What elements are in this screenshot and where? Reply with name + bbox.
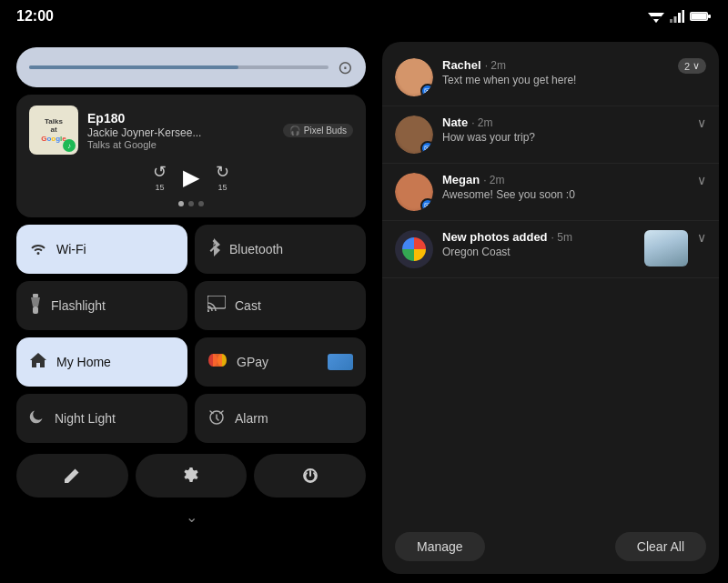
notif-name-photos: New photos added <box>442 230 548 244</box>
tile-myhome[interactable]: My Home <box>16 337 187 387</box>
photos-icon-wrap <box>395 230 433 268</box>
photos-icon <box>402 237 426 261</box>
svg-rect-18 <box>213 354 222 367</box>
notification-actions: Manage Clear All <box>382 523 719 567</box>
signal-icon <box>670 10 684 23</box>
messages-badge-megan: ✉ <box>420 198 433 211</box>
notifications-panel: ✉ Rachel · 2m Text me when you get here!… <box>382 42 719 574</box>
notif-name-megan: Megan <box>442 173 480 186</box>
notif-message-nate: How was your trip? <box>442 131 688 144</box>
bottom-actions <box>16 454 366 498</box>
status-time: 12:00 <box>16 8 54 25</box>
notif-count-badge-rachel[interactable]: 2 ∨ <box>678 58 706 74</box>
notif-header-rachel: Rachel · 2m <box>442 58 669 72</box>
manage-button[interactable]: Manage <box>395 532 485 561</box>
notif-content-rachel: Rachel · 2m Text me when you get here! <box>442 58 669 86</box>
svg-rect-6 <box>682 10 685 23</box>
brightness-slider[interactable]: ⊙ <box>16 47 366 87</box>
brightness-fill <box>29 65 238 69</box>
skip-back-label: 15 <box>155 183 164 192</box>
quick-tiles-grid: Wi-Fi Bluetooth Flashlight <box>16 225 366 443</box>
svg-rect-11 <box>33 294 38 297</box>
power-button[interactable] <box>254 454 366 498</box>
svg-rect-4 <box>674 16 677 23</box>
tile-gpay[interactable]: GPay <box>195 337 366 387</box>
cast-icon <box>207 296 226 317</box>
settings-button[interactable] <box>136 454 248 498</box>
alarm-icon <box>207 407 226 430</box>
media-controls: ↺ 15 ▶ ↻ 15 <box>29 162 353 192</box>
album-line1: Talks <box>45 117 63 126</box>
notif-message-rachel: Text me when you get here! <box>442 74 669 86</box>
bluetooth-label: Bluetooth <box>229 242 283 256</box>
notif-content-nate: Nate · 2m How was your trip? <box>442 116 688 144</box>
notif-time-nate: · 2m <box>471 116 492 129</box>
gpay-label: GPay <box>237 355 268 369</box>
edit-button[interactable] <box>16 454 128 498</box>
dot-1 <box>178 201 184 206</box>
skip-back-button[interactable]: ↺ <box>153 162 167 182</box>
bluetooth-icon <box>207 238 220 261</box>
svg-marker-2 <box>653 19 659 23</box>
alarm-label: Alarm <box>235 411 268 426</box>
chevron-megan[interactable]: ∨ <box>697 173 706 187</box>
avatar-rachel: ✉ <box>395 58 433 96</box>
play-button[interactable]: ▶ <box>183 165 199 190</box>
cast-label: Cast <box>235 298 261 313</box>
media-episode: Ep180 <box>87 111 274 126</box>
notif-time-photos: · 5m <box>551 231 572 244</box>
notification-rachel[interactable]: ✉ Rachel · 2m Text me when you get here!… <box>382 49 719 106</box>
tile-alarm[interactable]: Alarm <box>195 394 366 443</box>
gpay-icon <box>207 353 228 372</box>
chevron-rachel: ∨ <box>693 60 700 72</box>
nightlight-icon <box>29 408 46 429</box>
svg-rect-5 <box>678 13 681 23</box>
chevron-row: ⌄ <box>16 505 366 529</box>
media-album-art: Talks at Google ♪ <box>29 106 78 155</box>
tile-cast[interactable]: Cast <box>195 281 366 330</box>
notification-megan[interactable]: ✉ Megan · 2m Awesome! See you soon :0 ∨ <box>382 164 719 221</box>
wifi-icon <box>29 240 47 259</box>
chevron-photos[interactable]: ∨ <box>697 230 706 245</box>
pixelbuds-icon: 🎧 <box>289 126 300 136</box>
svg-rect-3 <box>670 19 672 23</box>
chevron-down-icon[interactable]: ⌄ <box>186 508 197 526</box>
spotify-icon: ♪ <box>63 139 76 152</box>
svg-marker-12 <box>31 297 40 307</box>
avatar-megan: ✉ <box>395 173 433 211</box>
svg-point-15 <box>207 309 209 312</box>
power-icon <box>301 467 319 485</box>
chevron-nate[interactable]: ∨ <box>697 116 706 130</box>
notif-message-photos: Oregon Coast <box>442 246 635 258</box>
tile-flashlight[interactable]: Flashlight <box>16 281 187 330</box>
skip-forward-button[interactable]: ↻ <box>216 162 229 182</box>
tile-wifi[interactable]: Wi-Fi <box>16 225 187 274</box>
tile-bluetooth[interactable]: Bluetooth <box>195 225 366 274</box>
home-icon <box>29 352 47 373</box>
status-bar: 12:00 <box>0 0 728 33</box>
status-icons <box>648 10 712 23</box>
notif-header-megan: Megan · 2m <box>442 173 688 186</box>
left-panel: ⊙ Talks at Google ♪ Ep180 Jackie Joyner-… <box>9 42 373 574</box>
notif-name-rachel: Rachel <box>442 58 481 72</box>
wifi-status-icon <box>648 10 664 23</box>
media-info: Ep180 Jackie Joyner-Kersee... Talks at G… <box>87 111 274 150</box>
notification-photos[interactable]: New photos added · 5m Oregon Coast ∨ <box>382 221 719 278</box>
wifi-label: Wi-Fi <box>56 242 86 256</box>
photo-thumbnail <box>644 230 688 266</box>
album-line2: at <box>50 126 56 134</box>
tile-nightlight[interactable]: Night Light <box>16 394 187 443</box>
nightlight-label: Night Light <box>55 411 116 426</box>
notif-message-megan: Awesome! See you soon :0 <box>442 188 688 201</box>
notif-time-rachel: · 2m <box>485 59 506 72</box>
media-title: Jackie Joyner-Kersee... <box>87 126 274 139</box>
notif-count-rachel: 2 <box>684 61 690 72</box>
notif-header-photos: New photos added · 5m <box>442 230 635 244</box>
battery-icon <box>690 10 712 23</box>
pixelbuds-label: Pixel Buds <box>304 126 347 136</box>
edit-icon <box>64 467 80 484</box>
skip-back-wrap: ↺ 15 <box>153 162 167 192</box>
clear-all-button[interactable]: Clear All <box>615 532 706 561</box>
thumbnail-image <box>644 230 688 266</box>
notification-nate[interactable]: ✉ Nate · 2m How was your trip? ∨ <box>382 106 719 164</box>
